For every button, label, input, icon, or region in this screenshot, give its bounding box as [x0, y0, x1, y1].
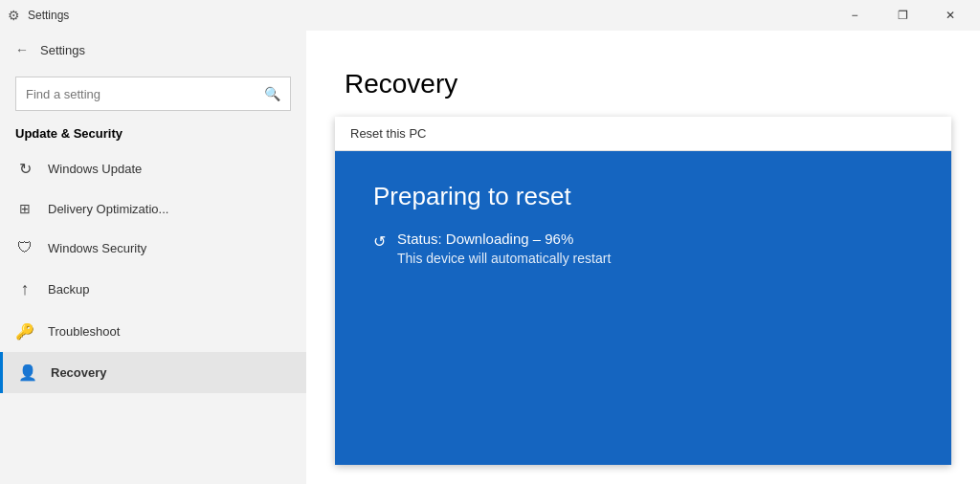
sidebar-item-label: Recovery — [51, 365, 107, 380]
main-content: Recovery Reset this PC Reset this PC Pre… — [306, 31, 980, 484]
sidebar-item-label: Windows Security — [48, 241, 146, 255]
titlebar-controls: − ❐ ✕ — [833, 0, 972, 31]
minimize-button[interactable]: − — [833, 0, 877, 31]
preparing-title: Preparing to reset — [373, 182, 913, 211]
sidebar: ← Settings 🔍 Update & Security ↻ Windows… — [0, 31, 306, 484]
close-button[interactable]: ✕ — [928, 0, 972, 31]
delivery-optimization-icon: ⊞ — [15, 201, 34, 216]
search-input[interactable] — [26, 87, 264, 101]
sidebar-item-delivery-optimization[interactable]: ⊞ Delivery Optimizatio... — [0, 189, 306, 228]
status-downloading: Status: Downloading – 96% — [397, 231, 611, 247]
app-container: ← Settings 🔍 Update & Security ↻ Windows… — [0, 31, 980, 484]
windows-security-icon: 🛡 — [15, 239, 34, 256]
titlebar: ⚙ Settings − ❐ ✕ — [0, 0, 980, 31]
settings-icon: ⚙ — [8, 8, 20, 23]
troubleshoot-icon: 🔑 — [15, 322, 34, 341]
reset-dialog-titlebar: Reset this PC — [335, 117, 951, 151]
sidebar-item-label: Troubleshoot — [48, 324, 120, 339]
sidebar-item-recovery[interactable]: 👤 Recovery — [0, 352, 306, 393]
section-label: Update & Security — [0, 122, 306, 148]
titlebar-left: ⚙ Settings — [8, 8, 69, 23]
back-arrow-icon: ← — [15, 42, 29, 57]
sidebar-item-troubleshoot[interactable]: 🔑 Troubleshoot — [0, 311, 306, 352]
sidebar-item-windows-security[interactable]: 🛡 Windows Security — [0, 228, 306, 268]
reset-dialog: Reset this PC Preparing to reset ↺ Statu… — [335, 117, 951, 465]
reset-dialog-body: Preparing to reset ↺ Status: Downloading… — [335, 151, 951, 465]
restore-button[interactable]: ❐ — [880, 0, 924, 31]
sidebar-item-backup[interactable]: ↑ Backup — [0, 268, 306, 311]
sidebar-item-label: Backup — [48, 282, 89, 297]
page-title: Recovery — [345, 69, 942, 99]
status-text-block: Status: Downloading – 96% This device wi… — [397, 231, 611, 266]
windows-update-icon: ↻ — [15, 160, 34, 178]
recovery-icon: 👤 — [18, 363, 37, 382]
back-button[interactable]: ← Settings — [0, 31, 306, 69]
search-container[interactable]: 🔍 — [15, 77, 291, 111]
sidebar-item-windows-update[interactable]: ↻ Windows Update — [0, 148, 306, 189]
spinner-icon: ↺ — [373, 232, 386, 251]
status-row: ↺ Status: Downloading – 96% This device … — [373, 231, 913, 266]
status-restart: This device will automatically restart — [397, 251, 611, 266]
sidebar-item-label: Windows Update — [48, 162, 142, 176]
back-label: Settings — [40, 43, 85, 57]
titlebar-title: Settings — [28, 9, 69, 22]
sidebar-item-label: Delivery Optimizatio... — [48, 202, 168, 216]
search-icon: 🔍 — [264, 86, 280, 101]
backup-icon: ↑ — [15, 279, 34, 299]
